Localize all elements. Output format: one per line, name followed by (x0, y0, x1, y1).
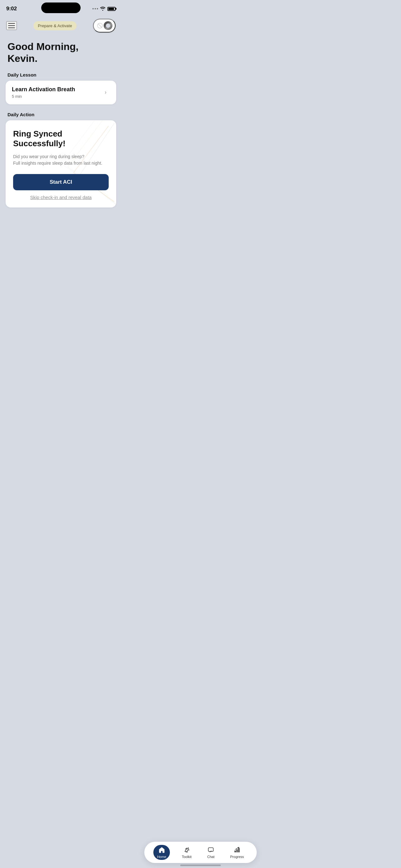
greeting-text: Good Morning, Kevin. (7, 41, 114, 65)
status-icons (93, 6, 115, 11)
hamburger-line (8, 25, 15, 26)
status-bar: 9:02 (0, 0, 122, 16)
signal-dots-icon (93, 8, 98, 9)
lesson-duration: 5 min (12, 94, 101, 99)
notch (41, 2, 80, 13)
ring-image (104, 21, 112, 30)
wifi-icon (100, 6, 106, 11)
prepare-activate-badge: Prepare & Activate (33, 21, 76, 30)
action-card-description: Did you wear your ring during sleep? Ful… (13, 153, 109, 166)
daily-action-title: Daily Action (0, 112, 122, 117)
skip-checkin-button[interactable]: Skip check-in and reveal data (13, 195, 109, 200)
start-aci-button[interactable]: Start ACI (13, 174, 109, 190)
action-card-title: Ring Synced Successfully! (13, 129, 109, 148)
lesson-title: Learn Activation Breath (12, 86, 101, 93)
status-time: 9:02 (6, 6, 17, 12)
lesson-card-content: Learn Activation Breath 5 min (12, 86, 101, 99)
action-card: Ring Synced Successfully! Did you wear y… (6, 120, 116, 208)
hamburger-line (8, 28, 15, 28)
daily-lesson-title: Daily Lesson (0, 72, 122, 78)
svg-line-1 (98, 24, 102, 28)
no-signal-icon (96, 22, 104, 29)
greeting-section: Good Morning, Kevin. (0, 37, 122, 72)
chevron-right-icon: › (101, 88, 110, 97)
app-header: Prepare & Activate (0, 16, 122, 37)
ring-status-button[interactable] (93, 19, 115, 32)
hamburger-line (8, 23, 15, 24)
battery-icon (107, 7, 115, 11)
header-right (93, 19, 115, 32)
lesson-card[interactable]: Learn Activation Breath 5 min › (6, 81, 116, 104)
hamburger-menu-button[interactable] (6, 21, 17, 30)
